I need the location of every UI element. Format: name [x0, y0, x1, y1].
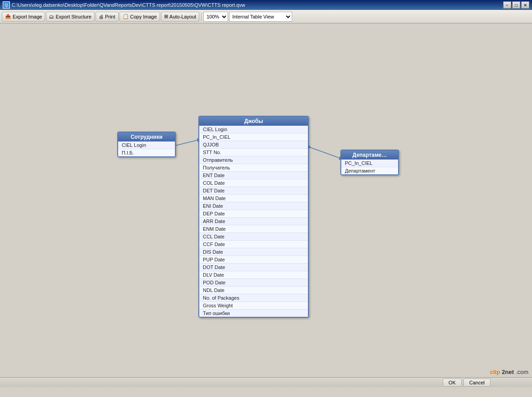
table-sotrudniki[interactable]: Сотрудники CIEL Login П.І.Б.: [117, 132, 176, 157]
minimize-button[interactable]: −: [503, 1, 511, 9]
auto-layout-icon: ⊞: [164, 14, 168, 19]
copy-image-icon: 📋: [123, 14, 129, 19]
restore-button[interactable]: □: [512, 1, 520, 9]
print-label: Print: [105, 14, 115, 19]
export-structure-button[interactable]: 🗂 Export Structure: [46, 12, 94, 22]
table-row: DIS Date: [199, 248, 308, 256]
table-row: DEP Date: [199, 210, 308, 218]
title-bar-text: C:\Users\oleg.datsenko\Desktop\Folder\QV…: [12, 2, 503, 8]
close-button[interactable]: ✕: [521, 1, 529, 9]
table-row: DET Date: [199, 187, 308, 195]
status-bar: OK Cancel: [0, 377, 532, 387]
table-row: ARR Date: [199, 218, 308, 225]
table-row: CCL Date: [199, 233, 308, 241]
view-select[interactable]: Internal Table ViewTable ViewField View: [229, 12, 292, 22]
export-structure-icon: 🗂: [49, 14, 54, 19]
table-row: CCF Date: [199, 241, 308, 248]
table-row: POD Date: [199, 279, 308, 287]
table-djoby-header: Джобы: [199, 117, 308, 126]
zoom-select[interactable]: 50%75%100%125%150%200%: [203, 12, 228, 22]
app-icon: Q: [3, 1, 10, 9]
print-icon: 🖨: [99, 14, 104, 19]
ok-button[interactable]: OK: [443, 379, 462, 387]
table-sotrudniki-header: Сотрудники: [118, 132, 175, 141]
table-row: NDL Date: [199, 287, 308, 294]
table-row: MAN Date: [199, 195, 308, 202]
table-djoby[interactable]: Джобы CIEL Login PC_In_CIEL QJJOB STT No…: [198, 116, 309, 318]
table-row: ENI Date: [199, 202, 308, 210]
table-row: Gross Weight: [199, 302, 308, 310]
table-row: Департамент: [341, 167, 398, 174]
copy-image-button[interactable]: 📋 Copy Image: [119, 12, 160, 22]
table-row: Отправитель: [199, 156, 308, 164]
table-row: Тип ошибки: [199, 310, 308, 317]
title-bar: Q C:\Users\oleg.datsenko\Desktop\Folder\…: [0, 0, 532, 10]
table-row: DLV Date: [199, 271, 308, 279]
table-row: PC_In_CIEL: [199, 133, 308, 141]
auto-layout-button[interactable]: ⊞ Auto-Layout: [161, 12, 199, 22]
table-row: П.І.Б.: [118, 149, 175, 156]
table-departament[interactable]: Департаме… PC_In_CIEL Департамент: [340, 150, 399, 175]
table-departament-header: Департаме…: [341, 151, 398, 160]
table-row: DOT Date: [199, 264, 308, 271]
toolbar: 📤 Export Image 🗂 Export Structure 🖨 Prin…: [0, 10, 532, 23]
export-image-label: Export Image: [13, 14, 42, 19]
table-row: ENM Date: [199, 225, 308, 233]
table-row: ENT Date: [199, 172, 308, 179]
copy-image-label: Copy Image: [130, 14, 157, 19]
table-row: PC_In_CIEL: [341, 160, 398, 167]
export-image-button[interactable]: 📤 Export Image: [2, 12, 45, 22]
table-row: Получатель: [199, 164, 308, 172]
svg-line-3: [309, 147, 341, 159]
table-row: PUP Date: [199, 256, 308, 264]
table-row: CIEL Login: [118, 141, 175, 149]
table-row: STT No.: [199, 149, 308, 156]
svg-line-0: [174, 140, 199, 146]
export-structure-label: Export Structure: [55, 14, 91, 19]
cancel-button[interactable]: Cancel: [463, 379, 491, 387]
title-bar-controls: − □ ✕: [503, 1, 529, 9]
table-row: CIEL Login: [199, 126, 308, 133]
export-image-icon: 📤: [5, 14, 11, 19]
canvas-area: Сотрудники CIEL Login П.І.Б. Джобы CIEL …: [0, 23, 532, 387]
watermark: clip2net.com: [490, 369, 528, 375]
auto-layout-label: Auto-Layout: [170, 14, 196, 19]
print-button[interactable]: 🖨 Print: [96, 12, 119, 22]
table-row: COL Date: [199, 179, 308, 187]
table-row: QJJOB: [199, 141, 308, 149]
table-row: No. of Packages: [199, 294, 308, 302]
toolbar-separator: [201, 12, 202, 21]
